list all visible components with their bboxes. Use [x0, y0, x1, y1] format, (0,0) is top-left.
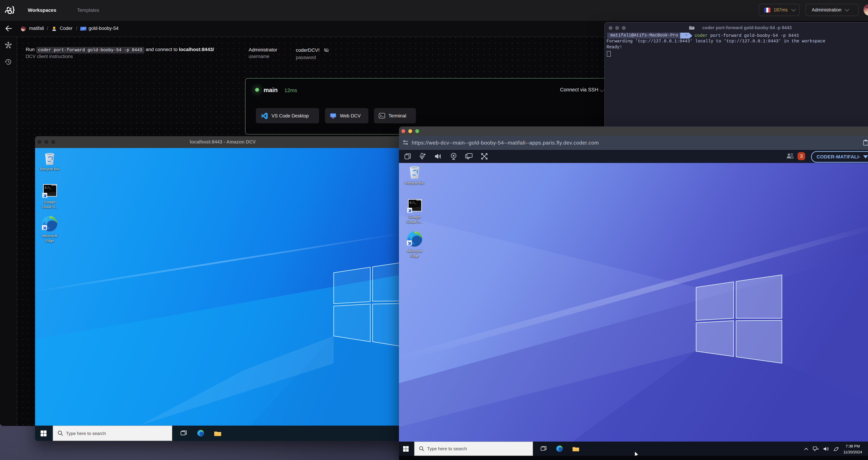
- svg-text:C:\_: C:\_: [409, 201, 416, 204]
- svg-text:C:\_: C:\_: [44, 186, 51, 190]
